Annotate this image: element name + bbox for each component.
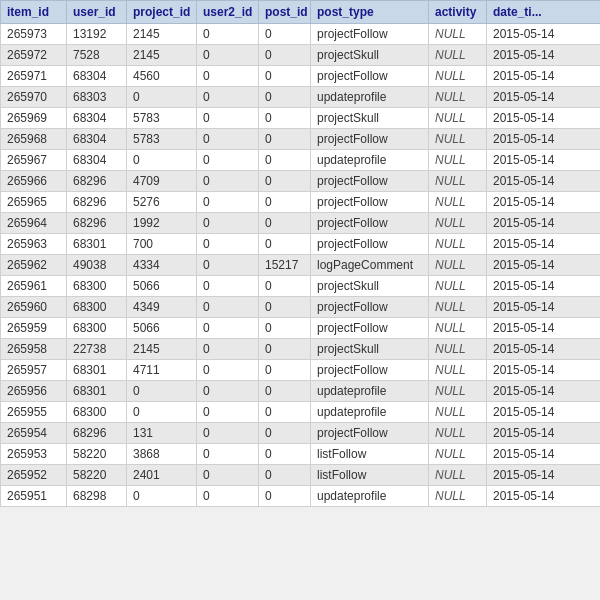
table-row: 26596568296527600projectFollowNULL2015-0…: [1, 192, 601, 213]
cell-item_id: 265958: [1, 339, 67, 360]
cell-user2_id: 0: [197, 150, 259, 171]
col-header-post_id[interactable]: post_id: [259, 1, 311, 24]
table-row: 26596668296470900projectFollowNULL2015-0…: [1, 171, 601, 192]
cell-user2_id: 0: [197, 108, 259, 129]
cell-user_id: 68303: [67, 87, 127, 108]
cell-post_id: 0: [259, 192, 311, 213]
table-row: 26595168298000updateprofileNULL2015-05-1…: [1, 486, 601, 507]
cell-post_type: updateprofile: [311, 381, 429, 402]
cell-item_id: 265960: [1, 297, 67, 318]
cell-user_id: 68300: [67, 276, 127, 297]
cell-date_time: 2015-05-14: [487, 213, 601, 234]
cell-user_id: 49038: [67, 255, 127, 276]
cell-user_id: 68301: [67, 360, 127, 381]
cell-post_id: 0: [259, 213, 311, 234]
cell-post_id: 0: [259, 276, 311, 297]
cell-item_id: 265965: [1, 192, 67, 213]
table-row: 26596868304578300projectFollowNULL2015-0…: [1, 129, 601, 150]
cell-user2_id: 0: [197, 465, 259, 486]
cell-activity: NULL: [429, 465, 487, 486]
cell-date_time: 2015-05-14: [487, 255, 601, 276]
cell-date_time: 2015-05-14: [487, 108, 601, 129]
cell-post_id: 15217: [259, 255, 311, 276]
cell-user2_id: 0: [197, 66, 259, 87]
cell-project_id: 131: [127, 423, 197, 444]
cell-activity: NULL: [429, 24, 487, 45]
cell-item_id: 265968: [1, 129, 67, 150]
cell-project_id: 4560: [127, 66, 197, 87]
cell-item_id: 265956: [1, 381, 67, 402]
cell-project_id: 0: [127, 381, 197, 402]
cell-item_id: 265973: [1, 24, 67, 45]
cell-user_id: 13192: [67, 24, 127, 45]
cell-project_id: 0: [127, 486, 197, 507]
cell-project_id: 3868: [127, 444, 197, 465]
cell-activity: NULL: [429, 276, 487, 297]
col-header-date_time[interactable]: date_ti...: [487, 1, 601, 24]
table-row: 26595822738214500projectSkullNULL2015-05…: [1, 339, 601, 360]
cell-post_type: projectSkull: [311, 339, 429, 360]
cell-item_id: 265964: [1, 213, 67, 234]
cell-user_id: 68304: [67, 66, 127, 87]
cell-project_id: 700: [127, 234, 197, 255]
cell-post_id: 0: [259, 171, 311, 192]
cell-item_id: 265962: [1, 255, 67, 276]
cell-project_id: 2401: [127, 465, 197, 486]
cell-post_type: projectFollow: [311, 360, 429, 381]
cell-user_id: 68300: [67, 402, 127, 423]
cell-user2_id: 0: [197, 318, 259, 339]
cell-post_id: 0: [259, 360, 311, 381]
cell-date_time: 2015-05-14: [487, 339, 601, 360]
cell-post_type: updateprofile: [311, 486, 429, 507]
cell-project_id: 0: [127, 402, 197, 423]
table-row: 26597068303000updateprofileNULL2015-05-1…: [1, 87, 601, 108]
cell-user_id: 68300: [67, 318, 127, 339]
table-row: 26596468296199200projectFollowNULL2015-0…: [1, 213, 601, 234]
cell-project_id: 0: [127, 150, 197, 171]
col-header-user_id[interactable]: user_id: [67, 1, 127, 24]
cell-activity: NULL: [429, 381, 487, 402]
cell-date_time: 2015-05-14: [487, 234, 601, 255]
cell-date_time: 2015-05-14: [487, 192, 601, 213]
cell-activity: NULL: [429, 234, 487, 255]
table-row: 26595668301000updateprofileNULL2015-05-1…: [1, 381, 601, 402]
table-row: 26596068300434900projectFollowNULL2015-0…: [1, 297, 601, 318]
cell-post_type: listFollow: [311, 465, 429, 486]
cell-user2_id: 0: [197, 87, 259, 108]
cell-user2_id: 0: [197, 423, 259, 444]
cell-item_id: 265967: [1, 150, 67, 171]
table-row: 265962490384334015217logPageCommentNULL2…: [1, 255, 601, 276]
cell-date_time: 2015-05-14: [487, 297, 601, 318]
cell-date_time: 2015-05-14: [487, 381, 601, 402]
cell-activity: NULL: [429, 297, 487, 318]
cell-project_id: 4334: [127, 255, 197, 276]
cell-post_id: 0: [259, 45, 311, 66]
col-header-item_id[interactable]: item_id: [1, 1, 67, 24]
cell-post_id: 0: [259, 465, 311, 486]
cell-post_type: listFollow: [311, 444, 429, 465]
data-table: item_id user_id project_id user2_id post…: [0, 0, 600, 507]
cell-project_id: 5783: [127, 108, 197, 129]
cell-activity: NULL: [429, 192, 487, 213]
table-row: 2659636830170000projectFollowNULL2015-05…: [1, 234, 601, 255]
col-header-post_type[interactable]: post_type: [311, 1, 429, 24]
col-header-project_id[interactable]: project_id: [127, 1, 197, 24]
cell-date_time: 2015-05-14: [487, 24, 601, 45]
cell-date_time: 2015-05-14: [487, 171, 601, 192]
cell-project_id: 5066: [127, 318, 197, 339]
col-header-user2_id[interactable]: user2_id: [197, 1, 259, 24]
col-header-activity[interactable]: activity: [429, 1, 487, 24]
cell-project_id: 5276: [127, 192, 197, 213]
cell-post_type: updateprofile: [311, 402, 429, 423]
cell-activity: NULL: [429, 360, 487, 381]
cell-user2_id: 0: [197, 402, 259, 423]
table-row: 26595968300506600projectFollowNULL2015-0…: [1, 318, 601, 339]
cell-post_id: 0: [259, 486, 311, 507]
cell-activity: NULL: [429, 318, 487, 339]
cell-activity: NULL: [429, 423, 487, 444]
cell-date_time: 2015-05-14: [487, 45, 601, 66]
cell-item_id: 265969: [1, 108, 67, 129]
cell-project_id: 2145: [127, 45, 197, 66]
cell-activity: NULL: [429, 150, 487, 171]
cell-activity: NULL: [429, 255, 487, 276]
